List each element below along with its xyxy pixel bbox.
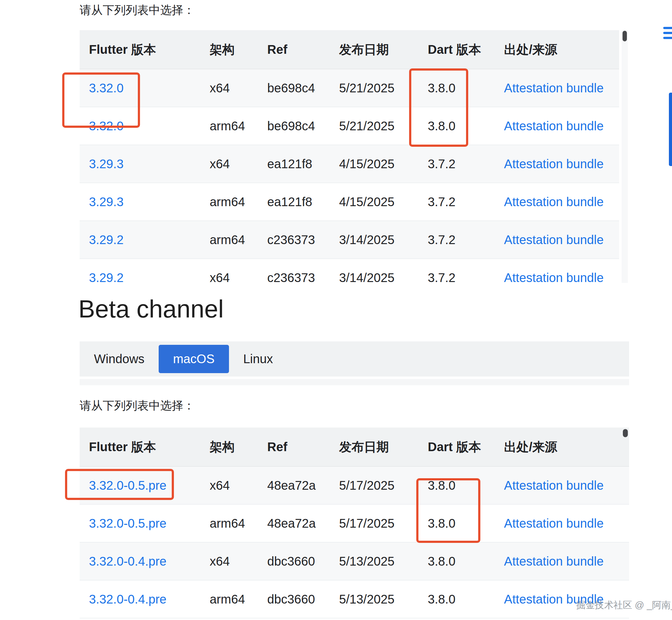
- table-row: 3.32.0-0.5.pre arm64 48ea72a 5/17/2025 3…: [80, 504, 629, 542]
- version-link[interactable]: 3.29.2: [89, 271, 124, 283]
- attestation-bundle-link[interactable]: Attestation bundle: [504, 119, 604, 133]
- version-link[interactable]: 3.32.0: [89, 119, 124, 133]
- attestation-bundle-link[interactable]: Attestation bundle: [504, 516, 604, 530]
- version-link[interactable]: 3.32.0-0.5.pre: [89, 478, 166, 492]
- date-cell: 5/13/2025: [330, 580, 419, 618]
- date-cell: 3/14/2025: [330, 221, 419, 259]
- ref-cell: be698c4: [258, 107, 330, 145]
- table-row: 3.29.3 arm64 ea121f8 4/15/2025 3.7.2 Att…: [80, 183, 619, 221]
- watermark: 掘金技术社区 @ _阿南_: [576, 599, 672, 612]
- attestation-bundle-link[interactable]: Attestation bundle: [504, 478, 604, 492]
- version-link[interactable]: 3.29.3: [89, 157, 124, 171]
- arch-cell: x64: [200, 69, 258, 107]
- table-row: 3.32.0 arm64 be698c4 5/21/2025 3.8.0 Att…: [80, 107, 619, 145]
- table-row: 3.32.0 x64 be698c4 5/21/2025 3.8.0 Attes…: [80, 69, 619, 107]
- col-flutter-version: Flutter 版本: [80, 427, 200, 466]
- col-flutter-version: Flutter 版本: [80, 30, 200, 69]
- date-cell: 5/17/2025: [330, 466, 419, 504]
- col-dart-version: Dart 版本: [419, 30, 495, 69]
- table-row: 3.29.3 x64 ea121f8 4/15/2025 3.7.2 Attes…: [80, 145, 619, 183]
- stable-releases-table: Flutter 版本 架构 Ref 发布日期 Dart 版本 出处/来源 3.3…: [80, 30, 619, 283]
- dart-version-cell: 3.8.0: [419, 504, 495, 542]
- ref-cell: dbc3660: [258, 542, 330, 580]
- arch-cell: x64: [200, 466, 258, 504]
- table-row: 3.32.0-0.5.pre x64 48ea72a 5/17/2025 3.8…: [80, 466, 629, 504]
- beta-releases-table: Flutter 版本 架构 Ref 发布日期 Dart 版本 出处/来源 3.3…: [80, 427, 629, 618]
- select-prompt-beta: 请从下列列表中选择：: [80, 398, 195, 414]
- dart-version-cell: 3.8.0: [419, 466, 495, 504]
- ref-cell: ea121f8: [258, 183, 330, 221]
- date-cell: 5/21/2025: [330, 69, 419, 107]
- date-cell: 5/13/2025: [330, 542, 419, 580]
- table-row: 3.29.2 x64 c236373 3/14/2025 3.7.2 Attes…: [80, 259, 619, 283]
- table-header-row: Flutter 版本 架构 Ref 发布日期 Dart 版本 出处/来源: [80, 30, 619, 69]
- attestation-bundle-link[interactable]: Attestation bundle: [504, 554, 604, 568]
- table-row: 3.32.0-0.4.pre arm64 dbc3660 5/13/2025 3…: [80, 580, 629, 618]
- col-provenance: 出处/来源: [495, 427, 629, 466]
- table-header-row: Flutter 版本 架构 Ref 发布日期 Dart 版本 出处/来源: [80, 427, 629, 466]
- col-provenance: 出处/来源: [495, 30, 619, 69]
- col-release-date: 发布日期: [330, 30, 419, 69]
- dart-version-cell: 3.8.0: [419, 107, 495, 145]
- arch-cell: x64: [200, 542, 258, 580]
- version-link[interactable]: 3.32.0-0.4.pre: [89, 592, 166, 606]
- date-cell: 4/15/2025: [330, 145, 419, 183]
- arch-cell: x64: [200, 259, 258, 283]
- version-link[interactable]: 3.29.2: [89, 233, 124, 247]
- select-prompt-stable: 请从下列列表中选择：: [80, 2, 195, 18]
- ref-cell: dbc3660: [258, 580, 330, 618]
- dart-version-cell: 3.7.2: [419, 183, 495, 221]
- arch-cell: arm64: [200, 504, 258, 542]
- tab-linux[interactable]: Linux: [229, 345, 287, 373]
- dart-version-cell: 3.7.2: [419, 221, 495, 259]
- col-arch: 架构: [200, 30, 258, 69]
- version-link[interactable]: 3.29.3: [89, 195, 124, 209]
- beta-table-scrollbar-thumb[interactable]: [623, 429, 628, 437]
- toc-icon[interactable]: [661, 23, 672, 43]
- attestation-bundle-link[interactable]: Attestation bundle: [504, 157, 604, 171]
- dart-version-cell: 3.8.0: [419, 580, 495, 618]
- stable-table-scrollbar-thumb[interactable]: [623, 31, 627, 41]
- dart-version-cell: 3.8.0: [419, 542, 495, 580]
- version-link[interactable]: 3.32.0: [89, 81, 124, 95]
- dart-version-cell: 3.7.2: [419, 259, 495, 283]
- beta-channel-heading: Beta channel: [79, 295, 224, 323]
- table-row: 3.29.2 arm64 c236373 3/14/2025 3.7.2 Att…: [80, 221, 619, 259]
- date-cell: 5/17/2025: [330, 504, 419, 542]
- arch-cell: arm64: [200, 221, 258, 259]
- table-row: 3.32.0-0.4.pre x64 dbc3660 5/13/2025 3.8…: [80, 542, 629, 580]
- date-cell: 4/15/2025: [330, 183, 419, 221]
- col-dart-version: Dart 版本: [419, 427, 495, 466]
- date-cell: 5/21/2025: [330, 107, 419, 145]
- ref-cell: 48ea72a: [258, 504, 330, 542]
- col-ref: Ref: [258, 427, 330, 466]
- arch-cell: arm64: [200, 580, 258, 618]
- page-scrollbar-thumb[interactable]: [669, 93, 672, 166]
- attestation-bundle-link[interactable]: Attestation bundle: [504, 271, 604, 283]
- attestation-bundle-link[interactable]: Attestation bundle: [504, 195, 604, 209]
- ref-cell: 48ea72a: [258, 466, 330, 504]
- col-arch: 架构: [200, 427, 258, 466]
- ref-cell: be698c4: [258, 69, 330, 107]
- attestation-bundle-link[interactable]: Attestation bundle: [504, 233, 604, 247]
- os-tabbar: Windows macOS Linux: [80, 342, 629, 376]
- ref-cell: c236373: [258, 221, 330, 259]
- stable-releases-table-container: Flutter 版本 架构 Ref 发布日期 Dart 版本 出处/来源 3.3…: [80, 30, 619, 283]
- dart-version-cell: 3.8.0: [419, 69, 495, 107]
- col-ref: Ref: [258, 30, 330, 69]
- tab-windows[interactable]: Windows: [80, 345, 159, 373]
- tabbar-footer: [80, 379, 629, 385]
- flutter-sdk-archive-page: 请从下列列表中选择： Flutter 版本 架构 Ref 发布日期 Dart 版…: [0, 0, 672, 620]
- col-release-date: 发布日期: [330, 427, 419, 466]
- date-cell: 3/14/2025: [330, 259, 419, 283]
- arch-cell: arm64: [200, 183, 258, 221]
- ref-cell: ea121f8: [258, 145, 330, 183]
- arch-cell: arm64: [200, 107, 258, 145]
- version-link[interactable]: 3.32.0-0.4.pre: [89, 554, 166, 568]
- version-link[interactable]: 3.32.0-0.5.pre: [89, 516, 166, 530]
- attestation-bundle-link[interactable]: Attestation bundle: [504, 81, 604, 95]
- tab-macos[interactable]: macOS: [159, 345, 229, 373]
- beta-releases-table-container: Flutter 版本 架构 Ref 发布日期 Dart 版本 出处/来源 3.3…: [80, 427, 629, 620]
- dart-version-cell: 3.7.2: [419, 145, 495, 183]
- stable-table-scrollbar[interactable]: [622, 30, 628, 283]
